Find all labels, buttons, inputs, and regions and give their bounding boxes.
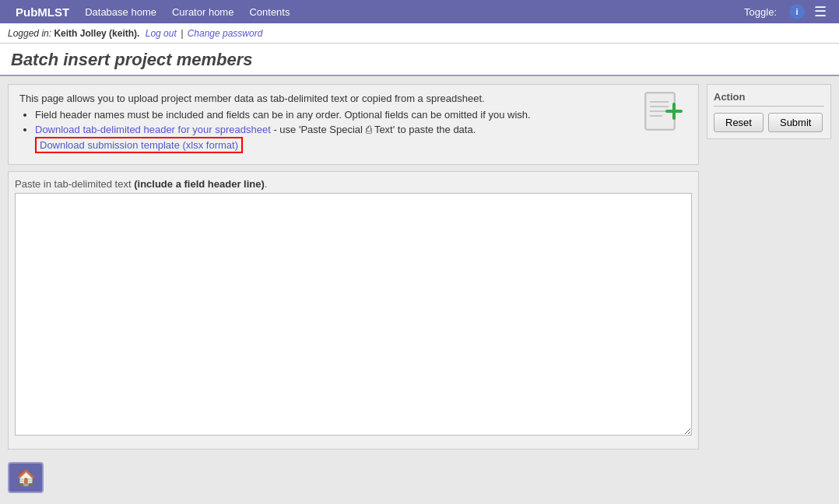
logout-link[interactable]: Log out bbox=[146, 28, 177, 39]
nav-right: Toggle: i ☰ bbox=[736, 0, 831, 23]
logged-in-prefix: Logged in: bbox=[8, 28, 54, 39]
info-bullet2: Download tab-delimited header for your s… bbox=[35, 124, 687, 153]
page-title: Batch insert project members bbox=[11, 50, 828, 70]
home-icon: 🏠 bbox=[16, 468, 36, 487]
curator-home-link[interactable]: Curator home bbox=[164, 0, 241, 23]
user-name: Keith Jolley (keith). bbox=[54, 28, 139, 39]
brand-logo[interactable]: PubMLST bbox=[8, 0, 77, 23]
info-list: Field header names must be included and … bbox=[35, 109, 687, 153]
main-content: This page allows you to upload project m… bbox=[0, 76, 839, 501]
change-password-link[interactable]: Change password bbox=[188, 28, 263, 39]
doc-svg-icon bbox=[644, 91, 684, 138]
navbar: PubMLST Database home Curator home Conte… bbox=[0, 0, 839, 23]
right-panel: Action Reset Submit bbox=[707, 84, 831, 493]
database-home-link[interactable]: Database home bbox=[77, 0, 164, 23]
toggle-label: Toggle: bbox=[736, 0, 785, 23]
document-icon bbox=[641, 91, 687, 138]
contents-link[interactable]: Contents bbox=[241, 0, 297, 23]
hamburger-menu-icon[interactable]: ☰ bbox=[809, 0, 831, 23]
svg-rect-7 bbox=[672, 103, 676, 120]
paste-special-icon: ⎙ bbox=[366, 124, 372, 135]
reset-button[interactable]: Reset bbox=[714, 113, 764, 132]
separator: | bbox=[181, 28, 183, 39]
loginbar: Logged in: Keith Jolley (keith). Log out… bbox=[0, 23, 839, 44]
info-bullet1: Field header names must be included and … bbox=[35, 109, 687, 121]
action-title: Action bbox=[714, 91, 824, 107]
action-buttons: Reset Submit bbox=[714, 113, 824, 132]
download-xlsx-link[interactable]: Download submission template (xlsx forma… bbox=[35, 137, 243, 153]
paste-label: Paste in tab-delimited text (include a f… bbox=[15, 178, 692, 190]
login-info: Logged in: Keith Jolley (keith). Log out… bbox=[8, 28, 262, 39]
info-box: This page allows you to upload project m… bbox=[8, 84, 699, 165]
paste-section: Paste in tab-delimited text (include a f… bbox=[8, 171, 699, 450]
home-button[interactable]: 🏠 bbox=[8, 462, 44, 493]
page-title-bar: Batch insert project members bbox=[0, 44, 839, 76]
toggle-info-button[interactable]: i bbox=[789, 4, 805, 19]
submit-button[interactable]: Submit bbox=[768, 113, 823, 132]
info-intro: This page allows you to upload project m… bbox=[19, 93, 518, 104]
paste-textarea[interactable] bbox=[15, 193, 692, 436]
action-box: Action Reset Submit bbox=[707, 84, 831, 139]
home-btn-container: 🏠 bbox=[8, 456, 699, 493]
left-panel: This page allows you to upload project m… bbox=[8, 84, 699, 493]
download-tab-link[interactable]: Download tab-delimited header for your s… bbox=[35, 124, 271, 135]
